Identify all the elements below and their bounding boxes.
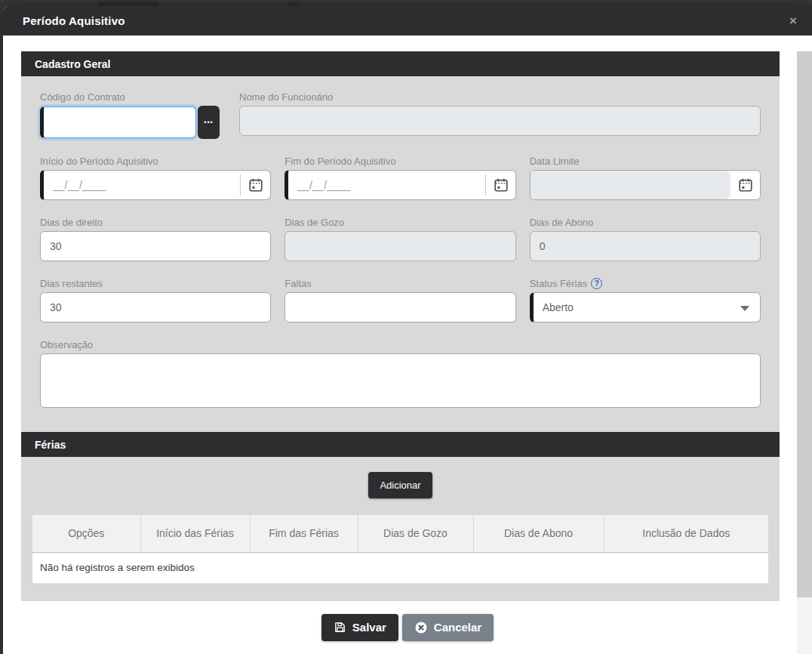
dias-gozo-label: Dias de Gozo xyxy=(285,217,515,228)
section-title: Férias xyxy=(35,439,66,451)
cancel-button[interactable]: Cancelar xyxy=(402,614,494,641)
save-icon xyxy=(334,621,346,634)
status-ferias-value: Aberto xyxy=(543,301,574,313)
nome-funcionario-label: Nome do Funcionário xyxy=(239,91,761,103)
faltas-label: Faltas xyxy=(285,278,515,289)
background-page-strip xyxy=(0,0,812,6)
dias-direito-label: Dias de direito xyxy=(40,217,271,228)
observacao-label: Observação xyxy=(40,339,761,350)
adicionar-button[interactable]: Adicionar xyxy=(368,472,432,498)
dias-abono-label: Dias de Abono xyxy=(530,217,761,228)
status-ferias-label: Status Férias ? xyxy=(530,278,761,289)
background-text-ghost xyxy=(98,2,158,5)
modal-scrollbar[interactable] xyxy=(797,51,812,654)
status-ferias-select[interactable]: Aberto xyxy=(530,292,761,322)
fim-periodo-label: Fim do Período Aquisitivo xyxy=(285,156,515,167)
modal-title: Período Aquisitivo xyxy=(23,14,125,27)
modal-body: Cadastro Geral Código do Contrato ••• No… xyxy=(3,51,812,654)
section-title: Cadastro Geral xyxy=(35,58,110,70)
calendar-icon xyxy=(737,177,754,193)
empty-state-text: Não há registros a serem exibidos xyxy=(32,552,768,583)
scrollbar-thumb[interactable] xyxy=(797,51,812,597)
codigo-contrato-label: Código do Contrato xyxy=(40,91,220,103)
save-button-label: Salvar xyxy=(352,621,386,634)
column-header-opcoes: Opções xyxy=(32,515,140,552)
dias-restantes-input[interactable] xyxy=(40,292,271,322)
nome-funcionario-input xyxy=(239,106,761,136)
calendar-icon[interactable] xyxy=(248,177,264,193)
save-button[interactable]: Salvar xyxy=(321,614,398,641)
codigo-contrato-input[interactable] xyxy=(40,106,196,138)
browse-contrato-button[interactable]: ••• xyxy=(198,106,220,139)
column-header-dias-abono: Dias de Abono xyxy=(473,515,604,552)
section-header-cadastro-geral: Cadastro Geral xyxy=(21,51,780,76)
status-ferias-label-text: Status Férias xyxy=(530,278,588,289)
cancel-icon xyxy=(414,621,428,634)
data-limite-label: Data Limite xyxy=(530,156,761,167)
dias-restantes-label: Dias restantes xyxy=(40,278,271,289)
date-separator xyxy=(485,174,486,196)
disabled-fill xyxy=(531,171,730,199)
periodo-aquisitivo-modal: Período Aquisitivo × Cadastro Geral Códi… xyxy=(3,6,812,654)
column-header-dias-gozo: Dias de Gozo xyxy=(358,515,473,552)
inicio-periodo-label: Início do Período Aquisitivo xyxy=(40,156,271,167)
observacao-textarea[interactable] xyxy=(40,353,761,408)
column-header-inclusao-dados: Inclusão de Dados xyxy=(604,515,768,552)
help-icon[interactable]: ? xyxy=(591,278,602,289)
cadastro-geral-content: Código do Contrato ••• Nome do Funcionár… xyxy=(21,91,780,411)
dias-gozo-input xyxy=(285,231,515,261)
calendar-icon[interactable] xyxy=(493,177,509,193)
background-icon-ghost xyxy=(288,2,297,5)
form-panel: Cadastro Geral Código do Contrato ••• No… xyxy=(21,51,780,601)
modal-footer: Salvar Cancelar xyxy=(3,614,812,641)
faltas-input[interactable] xyxy=(285,292,515,322)
dias-abono-input xyxy=(530,231,761,261)
close-icon[interactable]: × xyxy=(786,13,800,29)
ferias-table: Opções Início das Férias Fim das Férias … xyxy=(32,515,768,584)
fim-periodo-input[interactable] xyxy=(285,170,515,200)
chevron-down-icon xyxy=(740,306,749,311)
column-header-fim-ferias: Fim das Férias xyxy=(250,515,358,552)
dias-direito-input[interactable] xyxy=(40,231,271,261)
column-header-inicio-ferias: Início das Férias xyxy=(140,515,250,552)
table-row: Não há registros a serem exibidos xyxy=(32,552,768,583)
modal-header: Período Aquisitivo × xyxy=(3,6,812,35)
cancel-button-label: Cancelar xyxy=(434,621,481,634)
section-header-ferias: Férias xyxy=(21,432,780,457)
inicio-periodo-input[interactable] xyxy=(40,170,271,200)
date-separator xyxy=(240,174,241,196)
